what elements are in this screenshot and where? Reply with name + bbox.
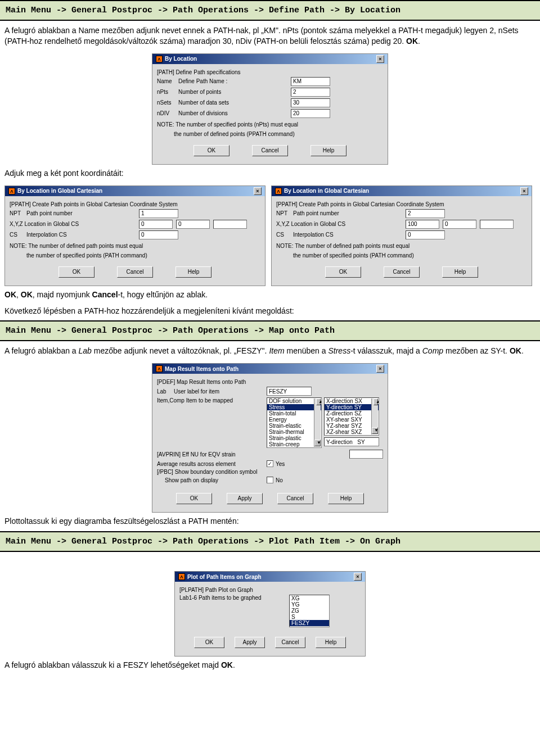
- x-input[interactable]: [139, 220, 173, 229]
- list-item[interactable]: Energy: [267, 417, 321, 423]
- text: A felugró ablakban a: [4, 346, 79, 355]
- close-icon[interactable]: ×: [520, 187, 528, 195]
- cancel-button[interactable]: Cancel: [275, 637, 305, 648]
- path-name-input[interactable]: [291, 77, 330, 86]
- x-input[interactable]: [406, 220, 439, 229]
- list-item[interactable]: X-direction SX: [325, 398, 379, 404]
- paragraph-2: Adjuk meg a két pont koordinátáit:: [0, 167, 540, 183]
- text: -t, hogy eltűnjön az ablak.: [118, 290, 208, 299]
- list-item[interactable]: Strain-creep: [267, 441, 321, 447]
- y-input[interactable]: [443, 220, 476, 229]
- help-button[interactable]: Help: [310, 145, 346, 156]
- list-item[interactable]: Strain-elastic: [267, 423, 321, 429]
- text: A felugró ablakban válasszuk ki a FESZY …: [4, 660, 221, 669]
- ok-bold: OK: [406, 37, 418, 46]
- comp-italic: Comp: [422, 346, 443, 355]
- scroll-down-icon[interactable]: ▼: [314, 440, 321, 446]
- ok-button[interactable]: OK: [58, 266, 94, 278]
- ok-bold: OK: [4, 290, 16, 299]
- label-lab16: Lab1-6 Path items to be graphed: [179, 595, 289, 601]
- help-button[interactable]: Help: [328, 493, 364, 504]
- dialog-title: By Location in Global Cartesian: [284, 188, 369, 194]
- list-item[interactable]: S: [290, 614, 329, 620]
- npts-input[interactable]: [291, 88, 330, 97]
- help-button[interactable]: Help: [442, 266, 478, 278]
- no-checkbox[interactable]: [267, 477, 273, 483]
- label-showpath: Show path on display: [157, 477, 267, 483]
- npt-input[interactable]: [406, 209, 445, 218]
- close-icon[interactable]: ×: [376, 365, 384, 373]
- list-item[interactable]: DOF solution: [267, 398, 321, 404]
- path-items-listbox[interactable]: XGYGZGSFESZY: [289, 595, 330, 627]
- paragraph-7: A felugró ablakban válasszuk ki a FESZY …: [0, 659, 540, 675]
- list-item[interactable]: XG: [290, 595, 329, 601]
- item-listbox[interactable]: DOF solutionStressStrain-totalEnergyStra…: [267, 397, 322, 448]
- y-input[interactable]: [176, 220, 210, 229]
- apply-button[interactable]: Apply: [235, 637, 265, 648]
- ok-button[interactable]: OK: [194, 637, 224, 648]
- label-name-code: Name: [157, 78, 178, 84]
- list-item[interactable]: FESZY: [290, 620, 329, 626]
- scroll-down-icon[interactable]: ▼: [372, 427, 378, 434]
- cancel-button[interactable]: Cancel: [277, 493, 313, 504]
- list-item[interactable]: Stress: [267, 404, 321, 410]
- list-item[interactable]: XY-shear SXY: [325, 417, 379, 423]
- cs-input[interactable]: [139, 230, 178, 239]
- ok-button[interactable]: OK: [176, 493, 212, 504]
- app-icon: Λ: [275, 188, 282, 194]
- menu-path-3: Main Menu -> General Postproc -> Path Op…: [0, 531, 540, 552]
- list-item[interactable]: Strain-plastic: [267, 435, 321, 441]
- cancel-button[interactable]: Cancel: [384, 266, 420, 278]
- text: , majd nyomjunk: [33, 290, 92, 299]
- z-input[interactable]: [480, 220, 514, 229]
- list-item[interactable]: Strain-total: [267, 410, 321, 417]
- npt-input[interactable]: [139, 209, 178, 218]
- list-item[interactable]: Y-direction SY: [325, 404, 379, 410]
- scroll-up-icon[interactable]: ▲: [374, 399, 378, 405]
- apply-button[interactable]: Apply: [227, 493, 263, 504]
- close-icon[interactable]: ×: [354, 573, 362, 581]
- cancel-button[interactable]: Cancel: [252, 145, 288, 156]
- ok-button[interactable]: OK: [325, 266, 361, 278]
- scroll-up-icon[interactable]: ▲: [316, 399, 321, 405]
- paragraph-6: Plottoltassuk ki egy diagramba feszültsé…: [0, 515, 540, 531]
- text: mezőbe adjunk nevet a változóknak, pl. „…: [92, 346, 269, 355]
- list-item[interactable]: YZ-shear SYZ: [325, 423, 379, 429]
- note-line-2: the number of defined points (PPATH comm…: [157, 131, 383, 137]
- path-header: [PATH] Define Path specifications: [157, 69, 241, 75]
- label-cs-code: CS: [10, 232, 26, 238]
- label-xyz: X,Y,Z Location in Global CS: [276, 221, 406, 227]
- label-npt: Path point number: [26, 210, 139, 216]
- ok-button[interactable]: OK: [194, 145, 230, 156]
- list-item[interactable]: XZ-shear SXZ: [325, 429, 379, 435]
- close-icon[interactable]: ×: [376, 55, 384, 63]
- dialog-title: Plot of Path Items on Graph: [187, 574, 262, 580]
- close-icon[interactable]: ×: [254, 187, 262, 195]
- label-npt-code: NPT: [276, 210, 293, 216]
- help-button[interactable]: Help: [176, 266, 212, 278]
- cs-input[interactable]: [406, 230, 445, 239]
- label-npt-code: NPT: [10, 210, 26, 216]
- dialog-title: By Location in Global Cartesian: [17, 188, 102, 194]
- label-pbc: [/PBC] Show boundary condition symbol: [157, 469, 257, 475]
- list-item[interactable]: YG: [290, 601, 329, 608]
- lab-input[interactable]: [267, 387, 312, 396]
- no-label: No: [276, 477, 283, 483]
- cancel-button[interactable]: Cancel: [117, 266, 153, 278]
- help-button[interactable]: Help: [316, 637, 346, 648]
- list-item[interactable]: Z-direction SZ: [325, 410, 379, 417]
- lab-italic: Lab: [79, 346, 92, 355]
- app-icon: Λ: [156, 56, 163, 62]
- ndiv-input[interactable]: [291, 109, 330, 118]
- nsets-input[interactable]: [291, 98, 330, 107]
- yes-checkbox[interactable]: ✓: [267, 460, 273, 467]
- list-item[interactable]: Strain-thermal: [267, 429, 321, 435]
- label-ndiv-code: nDIV: [157, 110, 178, 116]
- comp-listbox[interactable]: X-direction SXY-direction SYZ-direction …: [324, 397, 379, 436]
- note-line-2: the number of specified points (PATH com…: [276, 252, 527, 259]
- z-input[interactable]: [213, 220, 247, 229]
- list-item[interactable]: ZG: [290, 608, 329, 614]
- selected-comp-input[interactable]: [324, 437, 379, 446]
- app-icon: Λ: [156, 365, 163, 372]
- avprin-input[interactable]: [349, 450, 383, 459]
